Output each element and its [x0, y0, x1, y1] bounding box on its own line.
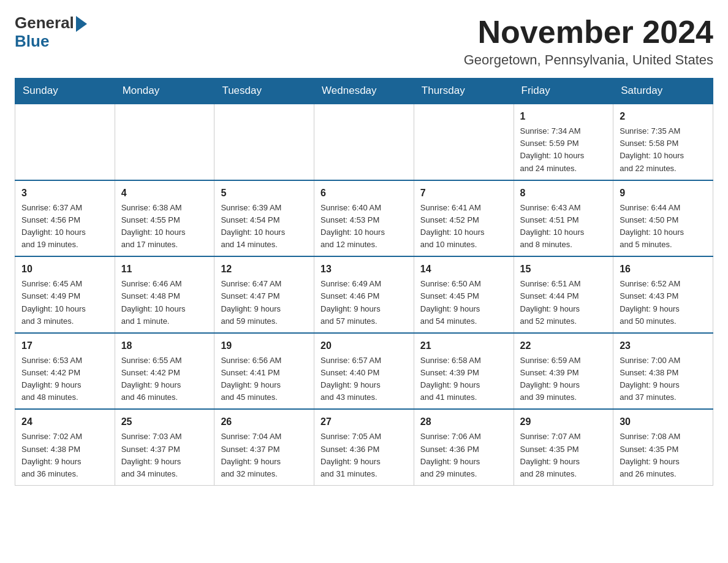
title-section: November 2024 Georgetown, Pennsylvania, …: [464, 15, 713, 68]
week-row-3: 10Sunrise: 6:45 AM Sunset: 4:49 PM Dayli…: [15, 256, 713, 333]
calendar-cell: 19Sunrise: 6:56 AM Sunset: 4:41 PM Dayli…: [214, 333, 314, 410]
day-number: 3: [21, 186, 108, 201]
day-info: Sunrise: 7:03 AM Sunset: 4:37 PM Dayligh…: [121, 431, 208, 480]
calendar-cell: 5Sunrise: 6:39 AM Sunset: 4:54 PM Daylig…: [214, 180, 314, 257]
day-info: Sunrise: 7:05 AM Sunset: 4:36 PM Dayligh…: [320, 431, 408, 480]
day-number: 5: [221, 186, 308, 201]
day-info: Sunrise: 6:58 AM Sunset: 4:39 PM Dayligh…: [420, 354, 507, 404]
calendar-cell: 17Sunrise: 6:53 AM Sunset: 4:42 PM Dayli…: [15, 333, 115, 410]
calendar-cell: 26Sunrise: 7:04 AM Sunset: 4:37 PM Dayli…: [214, 409, 314, 485]
calendar-cell: 23Sunrise: 7:00 AM Sunset: 4:38 PM Dayli…: [613, 333, 713, 410]
day-info: Sunrise: 6:52 AM Sunset: 4:43 PM Dayligh…: [620, 278, 707, 327]
weekday-header-monday: Monday: [115, 79, 214, 104]
weekday-header-thursday: Thursday: [414, 79, 514, 104]
logo-blue-text: Blue: [15, 32, 49, 51]
day-info: Sunrise: 6:47 AM Sunset: 4:47 PM Dayligh…: [221, 278, 308, 327]
calendar-cell: 10Sunrise: 6:45 AM Sunset: 4:49 PM Dayli…: [15, 256, 115, 333]
day-info: Sunrise: 6:41 AM Sunset: 4:52 PM Dayligh…: [420, 202, 507, 251]
day-info: Sunrise: 6:37 AM Sunset: 4:56 PM Dayligh…: [21, 202, 108, 251]
logo-triangle-icon: [76, 16, 87, 32]
weekday-header-tuesday: Tuesday: [214, 79, 314, 104]
day-number: 24: [21, 415, 108, 429]
day-info: Sunrise: 7:02 AM Sunset: 4:38 PM Dayligh…: [21, 431, 108, 480]
day-number: 12: [221, 262, 308, 277]
weekday-header-sunday: Sunday: [15, 79, 115, 104]
calendar-cell: 15Sunrise: 6:51 AM Sunset: 4:44 PM Dayli…: [514, 256, 613, 333]
day-number: 13: [320, 262, 408, 277]
calendar-cell: 4Sunrise: 6:38 AM Sunset: 4:55 PM Daylig…: [115, 180, 214, 257]
day-number: 20: [320, 339, 408, 353]
location-title: Georgetown, Pennsylvania, United States: [464, 52, 713, 68]
calendar-table: SundayMondayTuesdayWednesdayThursdayFrid…: [15, 78, 713, 486]
calendar-cell: 11Sunrise: 6:46 AM Sunset: 4:48 PM Dayli…: [115, 256, 214, 333]
calendar-cell: 28Sunrise: 7:06 AM Sunset: 4:36 PM Dayli…: [414, 409, 514, 485]
calendar-cell: 27Sunrise: 7:05 AM Sunset: 4:36 PM Dayli…: [314, 409, 414, 485]
day-info: Sunrise: 7:35 AM Sunset: 5:58 PM Dayligh…: [620, 125, 707, 175]
calendar-cell: 30Sunrise: 7:08 AM Sunset: 4:35 PM Dayli…: [613, 409, 713, 485]
day-number: 27: [320, 415, 408, 429]
day-info: Sunrise: 6:59 AM Sunset: 4:39 PM Dayligh…: [520, 354, 607, 404]
day-info: Sunrise: 6:45 AM Sunset: 4:49 PM Dayligh…: [21, 278, 108, 327]
day-info: Sunrise: 7:08 AM Sunset: 4:35 PM Dayligh…: [620, 431, 707, 480]
day-info: Sunrise: 6:40 AM Sunset: 4:53 PM Dayligh…: [320, 202, 408, 251]
calendar-cell: 14Sunrise: 6:50 AM Sunset: 4:45 PM Dayli…: [414, 256, 514, 333]
calendar-cell: 13Sunrise: 6:49 AM Sunset: 4:46 PM Dayli…: [314, 256, 414, 333]
calendar-cell: [214, 104, 314, 180]
day-info: Sunrise: 7:06 AM Sunset: 4:36 PM Dayligh…: [420, 431, 507, 480]
day-info: Sunrise: 6:56 AM Sunset: 4:41 PM Dayligh…: [221, 354, 308, 404]
weekday-header-friday: Friday: [514, 79, 613, 104]
calendar-cell: 24Sunrise: 7:02 AM Sunset: 4:38 PM Dayli…: [15, 409, 115, 485]
day-number: 14: [420, 262, 507, 277]
week-row-4: 17Sunrise: 6:53 AM Sunset: 4:42 PM Dayli…: [15, 333, 713, 410]
day-info: Sunrise: 6:38 AM Sunset: 4:55 PM Dayligh…: [121, 202, 208, 251]
calendar-cell: [414, 104, 514, 180]
day-number: 19: [221, 339, 308, 353]
page-header: General Blue November 2024 Georgetown, P…: [15, 15, 713, 68]
day-number: 7: [420, 186, 507, 201]
day-info: Sunrise: 7:00 AM Sunset: 4:38 PM Dayligh…: [620, 354, 707, 404]
calendar-cell: 3Sunrise: 6:37 AM Sunset: 4:56 PM Daylig…: [15, 180, 115, 257]
week-row-2: 3Sunrise: 6:37 AM Sunset: 4:56 PM Daylig…: [15, 180, 713, 257]
day-number: 10: [21, 262, 108, 277]
day-number: 22: [520, 339, 607, 353]
day-number: 26: [221, 415, 308, 429]
week-row-5: 24Sunrise: 7:02 AM Sunset: 4:38 PM Dayli…: [15, 409, 713, 485]
day-info: Sunrise: 6:43 AM Sunset: 4:51 PM Dayligh…: [520, 202, 607, 251]
day-info: Sunrise: 7:34 AM Sunset: 5:59 PM Dayligh…: [520, 125, 607, 175]
logo-general-text: General: [15, 15, 87, 32]
day-number: 25: [121, 415, 208, 429]
day-info: Sunrise: 6:51 AM Sunset: 4:44 PM Dayligh…: [520, 278, 607, 327]
calendar-cell: 25Sunrise: 7:03 AM Sunset: 4:37 PM Dayli…: [115, 409, 214, 485]
calendar-cell: 21Sunrise: 6:58 AM Sunset: 4:39 PM Dayli…: [414, 333, 514, 410]
day-number: 11: [121, 262, 208, 277]
day-number: 4: [121, 186, 208, 201]
calendar-cell: [314, 104, 414, 180]
day-number: 6: [320, 186, 408, 201]
weekday-header-saturday: Saturday: [613, 79, 713, 104]
day-number: 15: [520, 262, 607, 277]
calendar-cell: 2Sunrise: 7:35 AM Sunset: 5:58 PM Daylig…: [613, 104, 713, 180]
day-number: 23: [620, 339, 707, 353]
calendar-cell: 6Sunrise: 6:40 AM Sunset: 4:53 PM Daylig…: [314, 180, 414, 257]
calendar-cell: 7Sunrise: 6:41 AM Sunset: 4:52 PM Daylig…: [414, 180, 514, 257]
day-info: Sunrise: 6:55 AM Sunset: 4:42 PM Dayligh…: [121, 354, 208, 404]
day-number: 9: [620, 186, 707, 201]
day-number: 18: [121, 339, 208, 353]
week-row-1: 1Sunrise: 7:34 AM Sunset: 5:59 PM Daylig…: [15, 104, 713, 180]
day-number: 29: [520, 415, 607, 429]
day-number: 21: [420, 339, 507, 353]
calendar-cell: 1Sunrise: 7:34 AM Sunset: 5:59 PM Daylig…: [514, 104, 613, 180]
calendar-header-row: SundayMondayTuesdayWednesdayThursdayFrid…: [15, 79, 713, 104]
calendar-cell: 16Sunrise: 6:52 AM Sunset: 4:43 PM Dayli…: [613, 256, 713, 333]
weekday-header-wednesday: Wednesday: [314, 79, 414, 104]
day-info: Sunrise: 6:57 AM Sunset: 4:40 PM Dayligh…: [320, 354, 408, 404]
day-number: 30: [620, 415, 707, 429]
calendar-cell: 12Sunrise: 6:47 AM Sunset: 4:47 PM Dayli…: [214, 256, 314, 333]
day-info: Sunrise: 6:49 AM Sunset: 4:46 PM Dayligh…: [320, 278, 408, 327]
calendar-cell: [115, 104, 214, 180]
day-number: 8: [520, 186, 607, 201]
day-info: Sunrise: 6:50 AM Sunset: 4:45 PM Dayligh…: [420, 278, 507, 327]
day-number: 2: [620, 109, 707, 124]
calendar-cell: 29Sunrise: 7:07 AM Sunset: 4:35 PM Dayli…: [514, 409, 613, 485]
day-info: Sunrise: 6:46 AM Sunset: 4:48 PM Dayligh…: [121, 278, 208, 327]
